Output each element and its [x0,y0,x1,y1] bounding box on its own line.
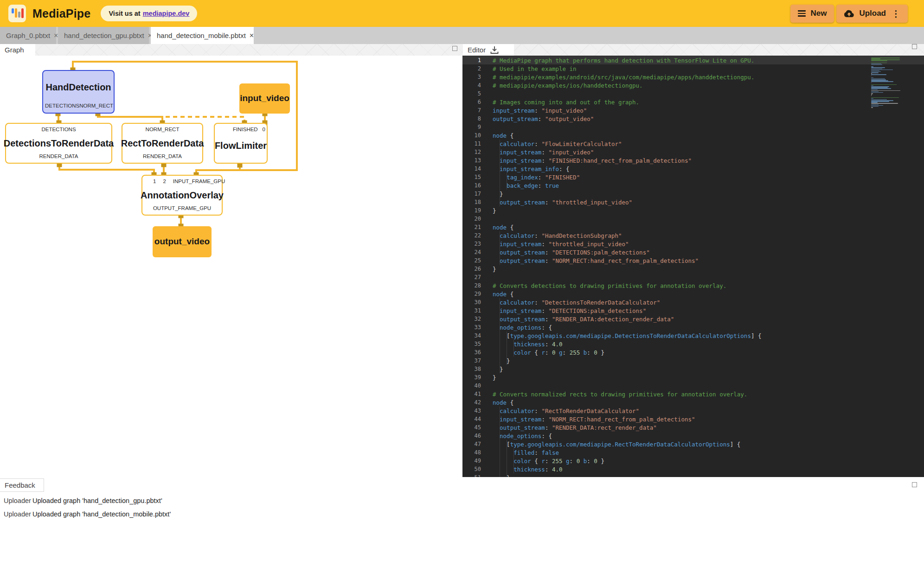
code-line[interactable]: 25 output_stream: "NORM_RECT:hand_rect_f… [462,256,924,265]
code-line[interactable]: 24 output_stream: "DETECTIONS:palm_detec… [462,248,924,256]
code-line[interactable]: 23 input_stream: "throttled_input_video" [462,240,924,248]
code-line[interactable]: 41# Converts normalized rects to drawing… [462,390,924,398]
code-line[interactable]: 2# Used in the example in [462,64,924,73]
code-line[interactable]: 15 tag_index: "FINISHED" [462,173,924,181]
tab-label: Graph_0.pbtxt [6,32,50,39]
menu-lines-icon [798,10,806,17]
code-line[interactable]: 26} [462,265,924,273]
editor-minimap[interactable] [871,57,914,108]
code-line[interactable]: 30 calculator: "DetectionsToRenderDataCa… [462,298,924,306]
graph-node-output-video[interactable]: output_video [153,226,212,257]
code-line[interactable]: 16 back_edge: true [462,181,924,190]
code-line[interactable]: 6# Images coming into and out of the gra… [462,98,924,106]
graph-edges [0,56,462,477]
tab-hand-detection-mobile[interactable]: hand_detection_mobile.pbtxt × [151,27,254,44]
code-line[interactable]: 12 input_stream: "input_video" [462,148,924,156]
graph-panel-tab[interactable]: Graph [0,44,35,56]
code-line[interactable]: 18 output_stream: "throttled_input_video… [462,198,924,206]
line-number: 8 [462,115,483,122]
new-button[interactable]: New [790,5,834,23]
code-line[interactable]: 36 color { r: 0 g: 255 b: 0 } [462,348,924,357]
code-line[interactable]: 8output_stream: "output_video" [462,115,924,123]
code-line[interactable]: 43 calculator: "RectToRenderDataCalculat… [462,407,924,415]
code-line[interactable]: 29node { [462,290,924,298]
code-line[interactable]: 39} [462,373,924,382]
code-line[interactable]: 49 color { r: 255 g: 0 b: 0 } [462,457,924,465]
code-line[interactable]: 21node { [462,223,924,231]
code-line[interactable]: 10node { [462,131,924,140]
code-line[interactable]: 22 calculator: "HandDetectionSubgraph" [462,231,924,240]
editor-panel-tab[interactable]: Editor [463,44,514,56]
code-line[interactable]: 47 [type.googleapis.com/mediapipe.RectTo… [462,440,924,448]
graph-node-detections-to-render-data[interactable]: DETECTIONS DetectionsToRenderData RENDER… [5,123,112,164]
download-icon[interactable] [490,46,499,54]
code-line[interactable]: 38 } [462,365,924,373]
code-line[interactable]: 46 node_options: { [462,432,924,440]
tab-graph-0[interactable]: Graph_0.pbtxt × [0,27,56,44]
code-line[interactable]: 31 input_stream: "DETECTIONS:palm_detect… [462,306,924,315]
graph-node-flow-limiter[interactable]: FINISHED 0 FlowLimiter [214,123,268,164]
code-line[interactable]: 33 node_options: { [462,323,924,331]
feedback-row: Uploader Uploaded graph 'hand_detection_… [0,495,162,507]
code-line[interactable]: 45 output_stream: "RENDER_DATA:rect_rend… [462,423,924,432]
code-line[interactable]: 28# Converts detections to drawing primi… [462,281,924,290]
close-tab-icon[interactable]: × [250,32,254,40]
graph-node-input-video[interactable]: input_video [239,83,290,114]
code-line[interactable]: 32 output_stream: "RENDER_DATA:detection… [462,315,924,323]
line-number: 34 [462,332,483,339]
graph-node-hand-detection[interactable]: HandDetection DETECTIONS NORM_RECT [42,70,115,114]
code-line[interactable]: 34 [type.googleapis.com/mediapipe.Detect… [462,331,924,340]
line-number: 31 [462,307,483,314]
code-line[interactable]: 19} [462,206,924,215]
line-number: 22 [462,232,483,239]
graph-node-rect-to-render-data[interactable]: NORM_RECT RectToRenderData RENDER_DATA [122,123,203,164]
code-line[interactable]: 48 filled: false [462,448,924,457]
port-label: RENDER_DATA [39,154,78,159]
code-line[interactable]: 5 [462,89,924,98]
code-line[interactable]: 42node { [462,398,924,407]
tab-hand-detection-gpu[interactable]: hand_detection_gpu.pbtxt × [58,27,149,44]
graph-panel-expand-icon[interactable] [452,46,457,51]
line-number: 24 [462,249,483,255]
line-number: 44 [462,416,483,422]
code-line[interactable]: 51 } [462,473,924,477]
node-title: DetectionsToRenderData [6,133,111,154]
line-number: 25 [462,257,483,264]
code-line[interactable]: 35 thickness: 4.0 [462,340,924,348]
line-number: 43 [462,407,483,414]
code-line[interactable]: 4# mediapipie/examples/ios/handdetection… [462,81,924,89]
code-line[interactable]: 17 } [462,190,924,198]
code-line[interactable]: 1# MediaPipe graph that performs hand de… [462,56,924,64]
code-line[interactable]: 13 input_stream: "FINISHED:hand_rect_fro… [462,156,924,165]
code-line[interactable]: 14 input_stream_info: { [462,165,924,173]
code-line[interactable]: 37 } [462,357,924,365]
code-line[interactable]: 11 calculator: "FlowLimiterCalculator" [462,140,924,148]
upload-more-options-icon[interactable]: ⋮ [892,9,900,18]
node-title: AnnotationOverlay [142,185,222,206]
code-line[interactable]: 9 [462,123,924,131]
node-title: input_video [240,94,289,103]
feedback-panel-expand-icon[interactable] [912,482,917,487]
line-number: 21 [462,224,483,230]
close-tab-icon[interactable]: × [54,32,58,40]
code-line[interactable]: 27 [462,273,924,281]
upload-button[interactable]: Upload ⋮ [836,5,908,23]
graph-canvas[interactable]: HandDetection DETECTIONS NORM_RECT input… [0,56,462,477]
line-number: 19 [462,207,483,214]
code-line[interactable]: 50 thickness: 4.0 [462,465,924,473]
cloud-upload-icon [844,10,854,18]
graph-node-annotation-overlay[interactable]: 1 2 INPUT_FRAME_GPU AnnotationOverlay OU… [141,175,223,216]
code-line[interactable]: 44 input_stream: "NORM_RECT:hand_rect_fr… [462,415,924,423]
mediapipe-dev-link[interactable]: mediapipe.dev [143,10,190,17]
code-line[interactable]: 20 [462,215,924,223]
feedback-panel-tab[interactable]: Feedback [0,478,44,492]
code-line[interactable]: 40 [462,382,924,390]
code-editor[interactable]: 1# MediaPipe graph that performs hand de… [462,56,924,477]
port-label: 1 [153,179,156,185]
line-number: 17 [462,191,483,197]
line-number: 41 [462,391,483,397]
main-area: Graph Editor [0,44,924,477]
editor-panel-expand-icon[interactable] [912,44,917,49]
code-line[interactable]: 3# mediapipie/examples/android/src/java/… [462,73,924,81]
code-line[interactable]: 7input_stream: "input_video" [462,106,924,115]
